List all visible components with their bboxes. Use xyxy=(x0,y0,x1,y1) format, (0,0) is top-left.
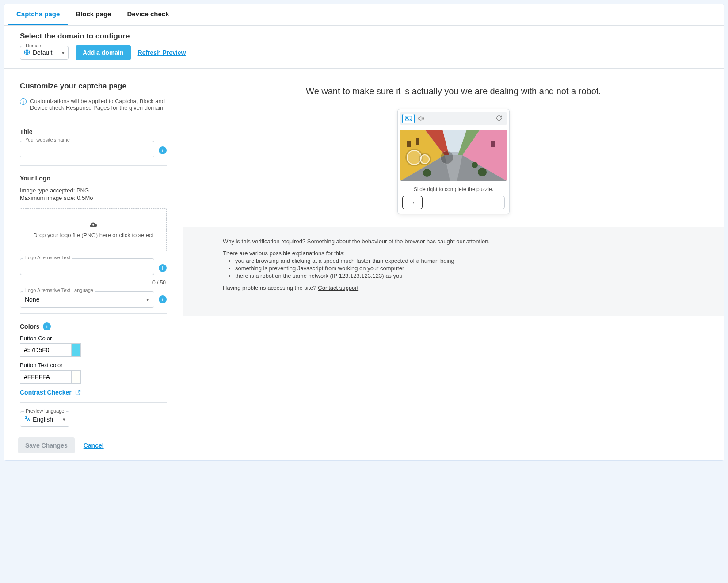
logo-size-note: Maximum image size: 0.5Mo xyxy=(20,195,167,201)
button-color-swatch[interactable] xyxy=(71,343,81,357)
logo-type-note: Image type accepted: PNG xyxy=(20,187,167,194)
alt-text-counter: 0 / 50 xyxy=(21,280,166,286)
logo-section-label: Your Logo xyxy=(20,175,167,182)
captcha-refresh-button[interactable] xyxy=(493,115,505,123)
logo-alt-text-input[interactable] xyxy=(20,258,154,275)
contrast-checker-link[interactable]: Contrast Checker xyxy=(20,389,81,396)
captcha-audio-mode-button[interactable] xyxy=(415,114,427,123)
svg-rect-13 xyxy=(491,141,495,147)
chevron-down-icon: ▾ xyxy=(146,297,149,303)
external-link-icon xyxy=(75,390,81,397)
info-icon[interactable]: i xyxy=(159,146,167,154)
captcha-widget: Slide right to complete the puzzle. → xyxy=(397,109,510,214)
colors-section-label: Colors xyxy=(20,323,39,330)
cancel-link[interactable]: Cancel xyxy=(84,442,104,449)
slide-instruction: Slide right to complete the puzzle. xyxy=(400,186,507,192)
contact-support-link[interactable]: Contact support xyxy=(318,284,358,291)
title-input[interactable] xyxy=(20,141,154,157)
svg-point-14 xyxy=(423,169,431,177)
footer-bar: Save Changes Cancel xyxy=(4,430,724,460)
logo-alt-lang-select[interactable]: None ▾ xyxy=(20,291,154,308)
tab-block-page[interactable]: Block page xyxy=(68,4,119,25)
refresh-icon xyxy=(496,115,502,121)
customize-heading: Customize your captcha page xyxy=(20,82,167,91)
tab-device-check[interactable]: Device check xyxy=(119,4,177,25)
puzzle-piece xyxy=(420,154,430,164)
cloud-upload-icon xyxy=(89,221,97,229)
divider xyxy=(20,402,167,403)
audio-icon xyxy=(418,115,424,122)
alt-text-label: Logo Alternative Text xyxy=(23,255,72,260)
preview-panel: We want to make sure it is actually you … xyxy=(183,69,724,430)
title-input-label: Your website's name xyxy=(23,137,72,142)
dropzone-text: Drop your logo file (PNG) here or click … xyxy=(33,232,153,238)
refresh-preview-link[interactable]: Refresh Preview xyxy=(138,49,186,56)
button-color-label: Button Color xyxy=(20,335,167,341)
customize-info-text: Customizations will be applied to Captch… xyxy=(30,98,167,111)
preview-explanation: Why is this verification required? Somet… xyxy=(183,227,724,316)
button-text-color-swatch[interactable] xyxy=(71,370,81,384)
explain-lead: There are various possible explanations … xyxy=(223,250,684,257)
info-icon[interactable]: i xyxy=(159,295,167,303)
info-icon[interactable]: i xyxy=(159,264,167,272)
preview-lang-label: Preview language xyxy=(24,408,66,414)
tabs: Captcha page Block page Device check xyxy=(4,4,724,26)
svg-point-16 xyxy=(472,162,478,168)
tab-captcha-page[interactable]: Captcha page xyxy=(8,4,68,25)
explain-reasons: you are browsing and clicking at a speed… xyxy=(223,257,684,279)
domain-bar: Select the domain to configure Domain De… xyxy=(4,26,724,69)
image-icon xyxy=(405,116,412,121)
captcha-image-mode-button[interactable] xyxy=(402,114,415,123)
chevron-down-icon: ▾ xyxy=(63,416,65,422)
alt-lang-value: None xyxy=(25,296,39,303)
customize-panel: Customize your captcha page i Customizat… xyxy=(4,69,183,430)
domain-select-value: Default xyxy=(33,49,52,56)
preview-language-select[interactable]: Preview language English ▾ xyxy=(20,411,69,427)
info-icon: i xyxy=(20,98,27,105)
alt-lang-label: Logo Alternative Text Language xyxy=(23,288,95,293)
explain-problems: Having problems accessing the site? Cont… xyxy=(223,284,684,291)
explain-reason: something is preventing Javascript from … xyxy=(235,265,684,272)
title-section-label: Title xyxy=(20,128,167,135)
content: Customize your captcha page i Customizat… xyxy=(4,69,724,430)
svg-point-15 xyxy=(478,168,487,176)
divider xyxy=(20,313,167,314)
divider xyxy=(20,119,167,119)
captcha-slider-thumb[interactable]: → xyxy=(402,196,423,209)
puzzle-piece xyxy=(407,150,422,165)
captcha-slider-track[interactable]: → xyxy=(402,196,505,209)
explain-intro: Why is this verification required? Somet… xyxy=(223,238,684,245)
config-card: Captcha page Block page Device check Sel… xyxy=(4,4,724,461)
captcha-image xyxy=(400,130,507,181)
button-color-input[interactable] xyxy=(20,343,71,357)
chevron-down-icon: ▾ xyxy=(62,50,65,56)
domain-controls: Domain Default ▾ Add a domain Refresh Pr… xyxy=(20,45,708,60)
logo-dropzone[interactable]: Drop your logo file (PNG) here or click … xyxy=(20,208,167,251)
domain-bar-title: Select the domain to configure xyxy=(20,32,708,41)
info-icon[interactable]: i xyxy=(43,322,51,330)
domain-select[interactable]: Domain Default ▾ xyxy=(20,46,69,60)
svg-rect-12 xyxy=(416,138,419,145)
button-text-color-input[interactable] xyxy=(20,370,71,384)
save-changes-button[interactable]: Save Changes xyxy=(18,437,75,453)
add-domain-button[interactable]: Add a domain xyxy=(76,45,131,60)
explain-reason: there is a robot on the same network (IP… xyxy=(235,272,684,279)
preview-lang-value: English xyxy=(33,416,53,423)
domain-select-label: Domain xyxy=(24,43,44,48)
customize-info: i Customizations will be applied to Capt… xyxy=(20,98,167,111)
translate-icon xyxy=(24,415,30,423)
divider xyxy=(20,165,167,166)
preview-hero-text: We want to make sure it is actually you … xyxy=(183,69,724,109)
globe-icon xyxy=(24,49,30,57)
captcha-mode-bar xyxy=(400,112,507,125)
explain-reason: you are browsing and clicking at a speed… xyxy=(235,257,684,264)
puzzle-target xyxy=(440,151,454,164)
svg-rect-11 xyxy=(407,141,411,147)
button-text-color-label: Button Text color xyxy=(20,362,167,368)
arrow-right-icon: → xyxy=(409,199,415,206)
